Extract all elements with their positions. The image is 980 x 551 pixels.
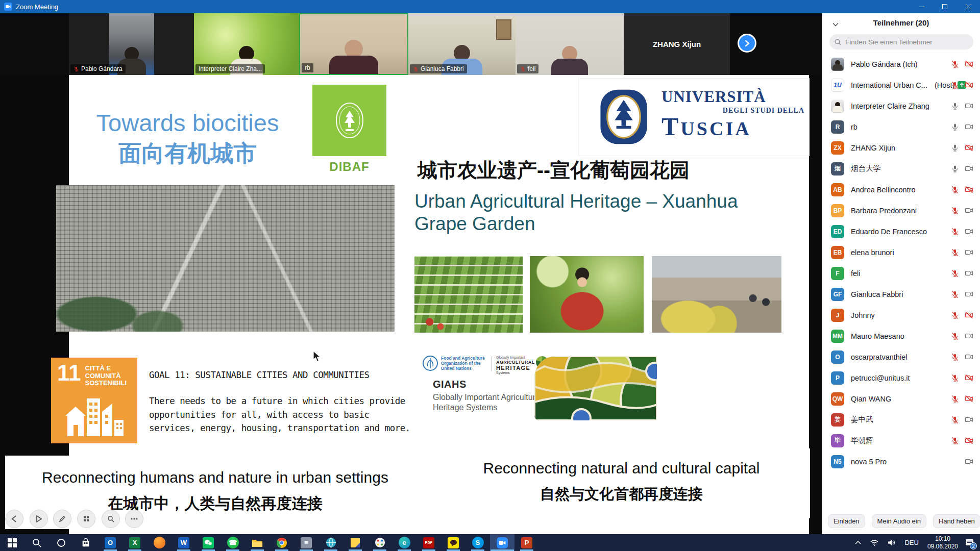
participant-row[interactable]: BPBarbara Predonzani (822, 200, 980, 221)
participant-row[interactable]: Ffeli (822, 263, 980, 284)
sdg-buildings-pictogram (63, 392, 125, 437)
mic-muted-icon (951, 374, 959, 382)
annotation-tool-more[interactable] (125, 510, 143, 528)
mic-muted-icon (951, 332, 959, 340)
avatar: O (831, 350, 844, 364)
video-tile-1[interactable]: Pablo Gándara (69, 13, 194, 75)
minimize-button[interactable] (910, 0, 933, 13)
annotation-tool-play[interactable] (30, 510, 48, 528)
camera-off-icon (965, 373, 973, 382)
taskbar-icon-powerpoint[interactable]: P (514, 534, 539, 551)
volume-icon[interactable] (883, 534, 900, 551)
taskbar-icon-file-explorer[interactable] (245, 534, 270, 551)
tuscia-logo: UNIVERSITÀ DEGLI STUDI DELLA TUSCIA (578, 78, 810, 156)
video-tile-5[interactable]: feli (516, 13, 624, 75)
participant-row[interactable]: GFGianluca Fabbri (822, 284, 980, 305)
annotation-tool-magnifier[interactable] (102, 510, 120, 528)
participant-row[interactable]: ABAndrea Bellincontro (822, 179, 980, 200)
taskbar-icon-chrome[interactable] (270, 534, 294, 551)
video-tile-name: Pablo Gándara (81, 65, 122, 72)
notification-center-icon[interactable]: 2 (962, 534, 980, 551)
grape-picking-photo (530, 256, 644, 333)
annotation-tool-draw[interactable] (53, 510, 71, 528)
raise-hand-button[interactable]: Hand heben (933, 514, 980, 528)
taskbar-icon-document-app[interactable]: ≡ (294, 534, 318, 551)
taskbar-icon-globe-app[interactable] (318, 534, 343, 551)
taskbar-icon-skype[interactable]: S (465, 534, 490, 551)
taskbar-icon-excel[interactable]: X (122, 534, 147, 551)
taskbar-icon-firefox[interactable] (147, 534, 172, 551)
grape-trellis-photo (414, 256, 523, 333)
participant-row[interactable]: N5nova 5 Pro (822, 451, 980, 472)
clock[interactable]: 10:1009.06.2020 (923, 534, 962, 551)
dibaf-logo (312, 85, 386, 156)
participant-row[interactable]: 毕毕朝辉 (822, 430, 980, 451)
avatar: AB (831, 183, 844, 196)
taskbar-icon-wechat[interactable] (196, 534, 220, 551)
taskbar-icon-outlook[interactable]: O (98, 534, 122, 551)
participant-row[interactable]: ZXZHANG Xijun (822, 137, 980, 158)
taskbar-icon-pdf-reader[interactable]: PDF (416, 534, 441, 551)
taskbar-icon-zoom[interactable] (490, 534, 514, 551)
participant-row[interactable]: Rrb (822, 116, 980, 137)
participant-row[interactable]: EBelena brunori (822, 242, 980, 263)
taskbar-icon-paint-3d[interactable] (368, 534, 392, 551)
shared-screen-area: Towards biocities 面向有机城市 DIBAF 11 CITTÀ … (0, 75, 822, 534)
video-thumbnail-strip: Pablo Gándara Interpreter Claire Zha... … (0, 13, 822, 75)
taskbar-icon-search-button[interactable] (24, 534, 49, 551)
avatar: N5 (831, 455, 844, 468)
video-tile-name: Gianluca Fabbri (421, 65, 464, 72)
video-tile-2[interactable]: Interpreter Claire Zha... (194, 13, 299, 75)
annotation-tool-stamp[interactable] (77, 510, 95, 528)
topic-title-zh: 城市农业遗产--宣化葡萄园花园 (418, 157, 724, 184)
camera-icon (965, 415, 973, 424)
wifi-icon[interactable] (866, 534, 883, 551)
participant-row[interactable]: 1UInternational Urban C...(Host) (822, 74, 980, 95)
participant-row[interactable]: JJohnny (822, 305, 980, 325)
maximize-button[interactable] (933, 0, 957, 13)
annotation-tool-previous[interactable] (5, 510, 23, 528)
tray-chevron-icon[interactable] (850, 534, 866, 551)
video-tile-3[interactable]: rb (299, 13, 408, 75)
invite-button[interactable]: Einladen (828, 514, 865, 528)
participant-name: Mauro Maesano (851, 332, 904, 340)
participant-row[interactable]: Ooscarpratvanthiel (822, 346, 980, 367)
participant-row[interactable]: Interpreter Claire Zhang (822, 95, 980, 116)
video-tile-6[interactable]: ZHANG Xijun (624, 13, 730, 75)
camera-off-icon (965, 81, 973, 89)
taskbar-icon-kakaotalk[interactable] (441, 534, 465, 551)
giahs-title: GIAHS (433, 379, 467, 390)
avatar: MM (831, 330, 844, 343)
taskbar-icon-whatsapp[interactable]: ☎ (220, 534, 245, 551)
collapse-panel-icon[interactable] (832, 19, 839, 29)
camera-off-icon (965, 60, 973, 68)
participant-row[interactable]: EDEduardo De Francesco (822, 221, 980, 242)
next-participants-button[interactable] (738, 34, 756, 53)
participant-row[interactable]: QWQian WANG (822, 388, 980, 409)
grape-market-photo (652, 256, 781, 333)
mic-muted-icon (951, 395, 959, 403)
participant-row[interactable]: 姜姜中武 (822, 409, 980, 430)
taskbar-icon-cortana[interactable] (49, 534, 74, 551)
my-audio-button[interactable]: Mein Audio ein (872, 514, 926, 528)
participant-row[interactable]: MMMauro Maesano (822, 325, 980, 346)
participant-row[interactable]: Ppetrucci@unitus.it (822, 367, 980, 388)
taskbar-icon-notes-app[interactable] (343, 534, 368, 551)
participant-search-input[interactable]: Finden Sie einen Teilnehmer (829, 34, 973, 49)
camera-off-icon (965, 436, 973, 445)
tuscia-wordmark: TUSCIA (662, 112, 804, 141)
participant-name: 毕朝辉 (851, 436, 873, 445)
participant-row[interactable]: 烟烟台大学 (822, 158, 980, 179)
camera-icon (965, 122, 973, 131)
taskbar-icon-microsoft-store[interactable] (74, 534, 98, 551)
video-tile-4[interactable]: Gianluca Fabbri (408, 13, 516, 75)
dibaf-label: DIBAF (312, 160, 386, 174)
participant-name: feli (851, 269, 861, 278)
participant-row[interactable]: Pablo Gándara (Ich) (822, 54, 980, 74)
participant-name: 烟台大学 (851, 164, 880, 173)
taskbar-icon-edge[interactable]: e (392, 534, 416, 551)
taskbar-icon-start-button[interactable] (0, 534, 24, 551)
language-indicator[interactable]: DEU (900, 534, 923, 551)
taskbar-icon-word[interactable]: W (172, 534, 196, 551)
close-button[interactable] (957, 0, 980, 13)
